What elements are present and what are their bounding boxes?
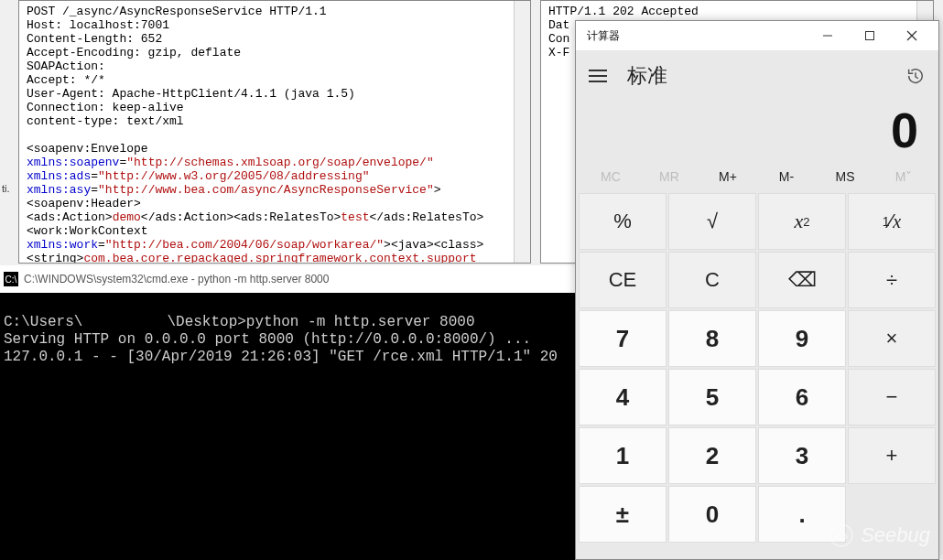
- digit-5-button[interactable]: 5: [668, 369, 756, 425]
- http-request-text: POST /_async/AsyncResponseService HTTP/1…: [27, 5, 523, 264]
- calc-header: 标准: [576, 50, 938, 102]
- maximize-button[interactable]: [849, 22, 891, 49]
- square-button[interactable]: x2: [758, 193, 846, 250]
- digit-0-button[interactable]: 0: [668, 486, 756, 543]
- calc-mode: 标准: [627, 62, 667, 90]
- c-button[interactable]: C: [668, 252, 756, 308]
- multiply-button[interactable]: ×: [848, 310, 936, 367]
- minimize-button[interactable]: [807, 22, 849, 49]
- history-icon[interactable]: [905, 66, 926, 86]
- digit-6-button[interactable]: 6: [758, 369, 846, 425]
- cmd-titlebar[interactable]: C:\ C:\WINDOWS\system32\cmd.exe - python…: [0, 265, 575, 293]
- divide-button[interactable]: ÷: [848, 252, 936, 308]
- mplus-button[interactable]: M+: [699, 169, 757, 184]
- cmd-output: C:\Users\\Desktop>python -m http.server …: [0, 293, 575, 370]
- decimal-button[interactable]: .: [758, 486, 846, 543]
- close-button[interactable]: [891, 22, 933, 49]
- calculator-window[interactable]: 计算器 标准 0 MC MR M+ M- MS M˅ % √ x2 1∕x CE…: [575, 20, 939, 560]
- cmd-title: C:\WINDOWS\system32\cmd.exe - python -m …: [24, 273, 329, 285]
- digit-2-button[interactable]: 2: [668, 427, 756, 484]
- digit-1-button[interactable]: 1: [579, 427, 667, 484]
- backspace-button[interactable]: ⌫: [758, 252, 846, 308]
- digit-7-button[interactable]: 7: [579, 310, 667, 367]
- digit-9-button[interactable]: 9: [758, 310, 846, 367]
- menu-icon[interactable]: [589, 70, 607, 82]
- cmd-window[interactable]: C:\ C:\WINDOWS\system32\cmd.exe - python…: [0, 265, 575, 560]
- calc-display: 0: [576, 102, 938, 164]
- digit-3-button[interactable]: 3: [758, 427, 846, 484]
- side-label: ti.: [2, 183, 10, 194]
- mc-button[interactable]: MC: [581, 169, 640, 184]
- subtract-button[interactable]: −: [848, 369, 936, 425]
- ce-button[interactable]: CE: [579, 252, 667, 308]
- add-button[interactable]: +: [848, 427, 936, 484]
- negate-button[interactable]: ±: [579, 486, 667, 543]
- digit-4-button[interactable]: 4: [579, 369, 667, 425]
- memory-row: MC MR M+ M- MS M˅: [576, 164, 938, 193]
- mv-button[interactable]: M˅: [874, 169, 933, 184]
- mr-button[interactable]: MR: [640, 169, 699, 184]
- scrollbar[interactable]: [514, 1, 530, 263]
- calc-title: 计算器: [587, 28, 620, 44]
- mminus-button[interactable]: M-: [757, 169, 816, 184]
- calc-keypad: % √ x2 1∕x CE C ⌫ ÷ 7 8 9 × 4 5 6 − 1 2 …: [576, 193, 938, 559]
- reciprocal-button[interactable]: 1∕x: [848, 193, 936, 250]
- calc-titlebar[interactable]: 计算器: [576, 21, 938, 50]
- sqrt-button[interactable]: √: [668, 193, 756, 250]
- http-request-panel[interactable]: POST /_async/AsyncResponseService HTTP/1…: [18, 0, 531, 264]
- svg-rect-1: [866, 32, 874, 40]
- ms-button[interactable]: MS: [816, 169, 874, 184]
- digit-8-button[interactable]: 8: [668, 310, 756, 367]
- cmd-icon: C:\: [4, 272, 18, 286]
- percent-button[interactable]: %: [579, 193, 667, 250]
